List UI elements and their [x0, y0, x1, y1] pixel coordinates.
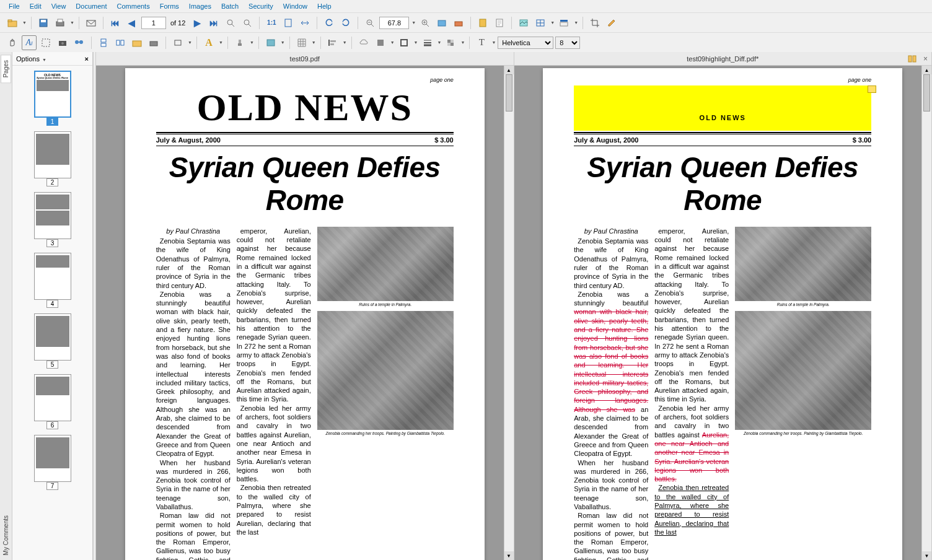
grid-dropdown[interactable]: ▼: [312, 40, 316, 45]
text-tool[interactable]: A: [201, 35, 216, 50]
right-scrollbar[interactable]: ▲▼: [921, 66, 931, 560]
zoom-input[interactable]: [379, 17, 409, 29]
thumbnail-3[interactable]: [34, 192, 71, 239]
camera-icon[interactable]: [55, 35, 70, 50]
opacity-dropdown[interactable]: ▼: [460, 40, 465, 45]
menu-comments[interactable]: Comments: [112, 1, 155, 11]
menu-edit[interactable]: Edit: [25, 1, 46, 11]
open-button[interactable]: [5, 15, 20, 30]
facing-icon[interactable]: [113, 35, 128, 50]
thumbnail-2[interactable]: [34, 131, 71, 178]
align-dropdown[interactable]: ▼: [343, 40, 347, 45]
text-style-dropdown[interactable]: ▼: [491, 40, 496, 45]
hand-tool-button[interactable]: [5, 35, 20, 50]
prev-page-button[interactable]: ◀: [125, 15, 139, 30]
line-weight-tool[interactable]: [420, 35, 435, 50]
save-button[interactable]: [36, 15, 51, 30]
print-dropdown[interactable]: ▼: [70, 20, 74, 25]
image-dropdown[interactable]: ▼: [281, 40, 285, 45]
zoom-dropdown[interactable]: ▼: [411, 20, 416, 25]
thumbnails-list[interactable]: OLD NEWSSyrian Queen Defies Rome 1 2 3 4…: [12, 66, 92, 560]
menu-file[interactable]: File: [4, 1, 25, 11]
left-viewport[interactable]: page one OLD NEWS July & August, 2000$ 3…: [96, 66, 514, 560]
caption-1: Ruins of a temple in Palmyra.: [317, 302, 454, 307]
picture-icon[interactable]: [516, 15, 531, 30]
next-page-button[interactable]: ▶: [190, 15, 204, 30]
snapshot-icon[interactable]: [434, 15, 449, 30]
rotate-ccw-button[interactable]: [322, 15, 336, 30]
crop-icon[interactable]: [587, 15, 602, 30]
fit-width-button[interactable]: [297, 15, 312, 30]
zoom-in-button[interactable]: [418, 15, 433, 30]
form-icon[interactable]: [475, 15, 490, 30]
masthead: OLD NEWS: [156, 85, 454, 131]
select-text-button[interactable]: AI: [22, 35, 37, 50]
print-button[interactable]: [53, 15, 68, 30]
thumbnail-7[interactable]: [34, 435, 71, 482]
line-weight-dropdown[interactable]: ▼: [437, 40, 442, 45]
rotate-cw-button[interactable]: [338, 15, 353, 30]
open-dropdown[interactable]: ▼: [22, 20, 27, 25]
loupe-button[interactable]: [240, 15, 255, 30]
zoom-out-button[interactable]: [363, 15, 377, 30]
menu-help[interactable]: Help: [312, 1, 336, 11]
rectangle-tool[interactable]: [170, 35, 185, 50]
thumbnail-1[interactable]: OLD NEWSSyrian Queen Defies Rome: [34, 71, 71, 118]
table-icon[interactable]: [533, 15, 548, 30]
my-comments-tab[interactable]: My Comments: [1, 510, 11, 560]
thumbnail-5[interactable]: [34, 313, 71, 361]
actual-size-button[interactable]: 1:1: [264, 15, 279, 30]
last-page-button[interactable]: ⏭: [206, 15, 221, 30]
page-number-input[interactable]: [141, 17, 166, 29]
font-family-select[interactable]: Helvetica: [498, 37, 553, 49]
text-dropdown[interactable]: ▼: [219, 40, 223, 45]
align-tool[interactable]: [325, 35, 340, 50]
menu-security[interactable]: Security: [244, 1, 278, 11]
opacity-tool[interactable]: [443, 35, 458, 50]
compare-icon[interactable]: [908, 55, 917, 63]
headers-icon[interactable]: [556, 15, 571, 30]
folder-open-icon[interactable]: [130, 35, 144, 50]
text-style-tool[interactable]: T: [474, 35, 489, 50]
printer-icon[interactable]: [146, 35, 161, 50]
menu-batch[interactable]: Batch: [216, 1, 244, 11]
thumbnail-6[interactable]: [34, 374, 71, 421]
scan-icon[interactable]: [451, 15, 466, 30]
headers-dropdown[interactable]: ▼: [574, 20, 578, 25]
form-edit-icon[interactable]: [492, 15, 507, 30]
image-tool[interactable]: [263, 35, 278, 50]
line-color-dropdown[interactable]: ▼: [414, 40, 418, 45]
menu-forms[interactable]: Forms: [155, 1, 184, 11]
edit-icon[interactable]: [604, 15, 619, 30]
menu-view[interactable]: View: [46, 1, 71, 11]
line-color-tool[interactable]: [397, 35, 411, 50]
options-button[interactable]: Options ▼: [16, 55, 46, 63]
email-button[interactable]: [84, 15, 99, 30]
menu-document[interactable]: Document: [71, 1, 112, 11]
search-icon[interactable]: [72, 35, 87, 50]
first-page-button[interactable]: ⏮: [108, 15, 123, 30]
cloud-tool[interactable]: [356, 35, 371, 50]
panel-close-icon[interactable]: ×: [85, 55, 89, 63]
font-size-select[interactable]: 8: [555, 37, 580, 49]
zoom-marquee-button[interactable]: [223, 15, 238, 30]
note-icon[interactable]: [868, 85, 876, 93]
pages-tab[interactable]: Pages: [1, 55, 11, 83]
left-scrollbar[interactable]: ▲▼: [504, 66, 514, 560]
svg-rect-20: [455, 22, 462, 26]
stamp-tool[interactable]: [232, 35, 247, 50]
stamp-dropdown[interactable]: ▼: [250, 40, 254, 45]
grid-tool[interactable]: [294, 35, 309, 50]
menu-window[interactable]: Window: [278, 1, 312, 11]
select-area-button[interactable]: [38, 35, 53, 50]
continuous-icon[interactable]: [96, 35, 111, 50]
right-viewport[interactable]: page one OLD NEWS July & August, 2000$ 3…: [514, 66, 932, 560]
fill-dropdown[interactable]: ▼: [390, 40, 395, 45]
fill-color-tool[interactable]: [373, 35, 388, 50]
thumbnail-4[interactable]: [34, 253, 71, 300]
fit-page-button[interactable]: [281, 15, 296, 30]
menu-images[interactable]: Images: [184, 1, 216, 11]
shape-dropdown[interactable]: ▼: [188, 40, 192, 45]
table-dropdown[interactable]: ▼: [550, 20, 555, 25]
right-doc-close-icon[interactable]: ×: [923, 55, 928, 63]
